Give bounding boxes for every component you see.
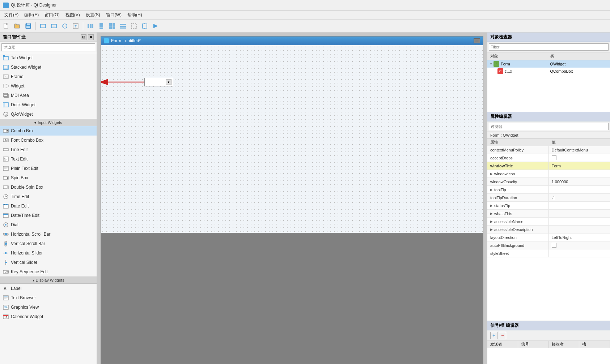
toolbar-open-btn[interactable]	[12, 21, 22, 31]
menu-window1[interactable]: 窗口(O)	[42, 11, 62, 19]
svg-rect-4	[27, 23, 30, 25]
menu-window2[interactable]: 窗口(W)	[103, 11, 124, 19]
form-minimize-btn[interactable]: —	[474, 38, 480, 43]
widget-item-hslider[interactable]: Horizontal Slider	[0, 248, 97, 258]
prop-row-stylesheet[interactable]: styleSheet	[487, 249, 610, 257]
vscrollbar-icon	[3, 241, 9, 247]
prop-row-statustip[interactable]: ▶statusTip	[487, 202, 610, 210]
expand-arrow: ▶	[490, 220, 493, 223]
widget-item-spinbox[interactable]: ▲▼ Spin Box	[0, 173, 97, 183]
signal-table-header: 发送者 信号 接收者 槽	[487, 341, 610, 348]
widget-item-stacked[interactable]: Stacked Widget	[0, 63, 97, 72]
widget-item-datetimeedit[interactable]: Date/Time Edit	[0, 211, 97, 220]
prop-row-tooltip[interactable]: ▶toolTip	[487, 186, 610, 194]
widget-item-frame[interactable]: Frame	[0, 72, 97, 81]
prop-row-layoutdirection[interactable]: layoutDirection LeftToRight	[487, 234, 610, 241]
widget-item-vslider[interactable]: Vertical Slider	[0, 258, 97, 267]
widget-item-calendar[interactable]: 12 Calendar Widget	[0, 312, 97, 321]
prop-row-windowopacity[interactable]: windowOpacity 1.000000	[487, 178, 610, 186]
prop-name-statustip: ▶statusTip	[487, 202, 549, 209]
widget-item-tabwidget[interactable]: Tab Widget	[0, 53, 97, 63]
toolbar-preview-btn[interactable]	[151, 21, 161, 31]
widget-item-textedit[interactable]: A Text Edit	[0, 154, 97, 164]
titlebar: Qt 设计师 - Qt Designer	[0, 0, 610, 11]
widget-item-doublespinbox[interactable]: Double Spin Box	[0, 183, 97, 192]
toolbar-layout-h-btn[interactable]	[85, 21, 96, 31]
acceptdrops-checkbox[interactable]	[552, 155, 556, 160]
toolbar-save-btn[interactable]	[23, 21, 33, 31]
autofill-checkbox[interactable]	[552, 243, 556, 248]
svg-rect-17	[99, 25, 103, 27]
prop-row-autofill[interactable]: autoFillBackground	[487, 241, 610, 249]
toolbar-layout-grid-btn[interactable]	[107, 21, 117, 31]
widget-item-lineedit[interactable]: Line Edit	[0, 145, 97, 154]
form-combobox-widget[interactable]: ▼	[144, 78, 173, 86]
widget-item-label: Vertical Slider	[11, 260, 37, 265]
widget-item-dial[interactable]: Dial	[0, 220, 97, 230]
widget-item-combobox[interactable]: ▼ Combo Box	[0, 126, 97, 136]
menu-help[interactable]: 帮助(H)	[124, 11, 145, 19]
tree-row-form[interactable]: ▾ F Form QWidget	[487, 60, 610, 68]
toolbar-layout-v-btn[interactable]	[96, 21, 106, 31]
widget-item-dateedit[interactable]: Date Edit	[0, 201, 97, 211]
svg-rect-15	[92, 24, 93, 28]
prop-row-accessiblename[interactable]: ▶accessibleName	[487, 218, 610, 226]
object-inspector-filter-input[interactable]	[489, 43, 609, 51]
form-editor[interactable]: Form - untitled* — ▼	[97, 33, 487, 364]
prop-row-acceptdrops[interactable]: acceptDrops	[487, 154, 610, 162]
signal-add-btn[interactable]: +	[490, 332, 497, 339]
widget-box-header: 窗口/部件盒 ⊡ ✕	[0, 33, 97, 42]
widget-item-label[interactable]: A Label	[0, 284, 97, 293]
category-input-widgets[interactable]: ▾ Input Widgets	[0, 119, 97, 126]
widget-item-keyseq[interactable]: Ctrl Key Sequence Edit	[0, 267, 97, 277]
toolbar-edit-signal-btn[interactable]	[49, 21, 59, 31]
widget-item-dock[interactable]: Dock Widget	[0, 100, 97, 110]
toolbar-edit-taborder-btn[interactable]: T	[71, 21, 81, 31]
widget-filter-input[interactable]	[1, 43, 95, 51]
widget-item-textbrowser[interactable]: Text Browser	[0, 293, 97, 303]
widget-item-graphicsview[interactable]: Graphics View	[0, 303, 97, 312]
toolbar-break-layout-btn[interactable]	[129, 21, 139, 31]
widget-item-label: Dial	[11, 222, 18, 227]
tree-expand-arrow[interactable]: ▾	[490, 62, 492, 66]
qax-icon: Q	[3, 111, 9, 117]
prop-row-tooltipduration[interactable]: toolTipDuration -1	[487, 194, 610, 202]
category-display-widgets[interactable]: ▾ Display Widgets	[0, 277, 97, 284]
toolbar-adjust-size-btn[interactable]	[140, 21, 150, 31]
widget-box-title: 窗口/部件盒	[3, 34, 26, 40]
prop-row-whatsthis[interactable]: ▶whatsThis	[487, 210, 610, 218]
widget-item-widget[interactable]: Widget	[0, 81, 97, 91]
frame-icon	[3, 74, 9, 80]
prop-row-accessibledesc[interactable]: ▶accessibleDescription	[487, 226, 610, 234]
tree-row-combobox[interactable]: C c...x QComboBox	[487, 68, 610, 75]
menu-settings[interactable]: 设置(S)	[83, 11, 103, 19]
prop-value-tooltip	[549, 186, 610, 193]
widget-item-vscrollbar[interactable]: Vertical Scroll Bar	[0, 239, 97, 248]
widget-item-timeedit[interactable]: Time Edit	[0, 192, 97, 201]
widget-box-close-btn[interactable]: ✕	[88, 34, 94, 40]
prop-row-contextmenu[interactable]: contextMenuPolicy DefaultContextMenu	[487, 146, 610, 154]
prop-row-windowicon[interactable]: ▶windowIcon	[487, 170, 610, 178]
toolbar-layout-form-btn[interactable]	[118, 21, 128, 31]
toolbar-edit-buddies-btn[interactable]	[60, 21, 70, 31]
svg-rect-66	[7, 186, 8, 187]
property-filter-input[interactable]	[489, 123, 609, 130]
signal-remove-btn[interactable]: −	[499, 332, 506, 339]
menu-edit[interactable]: 编辑(E)	[21, 11, 42, 19]
widget-item-hscrollbar[interactable]: Horizontal Scroll Bar	[0, 230, 97, 239]
widget-item-plaintextedit[interactable]: Plain Text Edit	[0, 164, 97, 173]
form-canvas[interactable]: ▼	[101, 45, 483, 233]
widget-box-float-btn[interactable]: ⊡	[81, 34, 86, 40]
signal-editor-header: 信号/槽 编辑器	[487, 321, 610, 330]
toolbar-edit-widget-btn[interactable]	[38, 21, 48, 31]
widget-item-fontcombo[interactable]: Aa Font Combo Box	[0, 136, 97, 145]
widget-item-mdi[interactable]: MDI Area	[0, 91, 97, 100]
widget-item-label: Combo Box	[11, 128, 34, 133]
menu-view[interactable]: 视图(V)	[63, 11, 83, 19]
toolbar-new-btn[interactable]	[1, 21, 12, 31]
widget-item-qax[interactable]: Q QAxWidget	[0, 110, 97, 119]
svg-rect-32	[3, 55, 5, 57]
svg-rect-90	[3, 296, 8, 300]
prop-row-windowtitle[interactable]: windowTitle Form	[487, 162, 610, 170]
menu-file[interactable]: 文件(F)	[1, 11, 21, 19]
